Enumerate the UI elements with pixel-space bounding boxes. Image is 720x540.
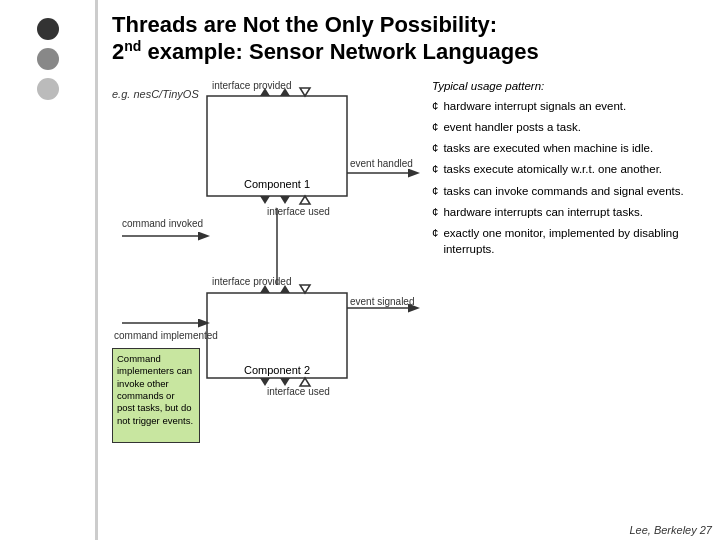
command-implemented-label: command implemented	[114, 330, 218, 341]
command-implementers-box: Command implementers can invoke other co…	[112, 348, 200, 443]
interface-used-label-2: interface used	[267, 386, 330, 397]
dot-3	[37, 78, 59, 100]
component1-label: Component 1	[207, 178, 347, 190]
title-line1: Threads are Not the Only Possibility:	[112, 12, 706, 38]
event-signaled-label: event signaled	[350, 296, 415, 307]
diagram-column: e.g. nesC/TinyOS interface provided Comp…	[112, 78, 422, 448]
dot-1	[37, 18, 59, 40]
text-column: Typical usage pattern: hardware interrup…	[432, 78, 706, 448]
footer-label: Lee, Berkeley 27	[629, 524, 712, 536]
eg-label: e.g. nesC/TinyOS	[112, 88, 199, 100]
command-invoked-label: command invoked	[122, 218, 203, 229]
svg-marker-4	[300, 88, 310, 96]
bullet-item-3: tasks are executed when machine is idle.	[432, 140, 706, 156]
svg-marker-10	[300, 196, 310, 204]
main-content: Threads are Not the Only Possibility: 2n…	[98, 0, 720, 540]
component-diagram: e.g. nesC/TinyOS interface provided Comp…	[112, 78, 422, 448]
sidebar	[0, 0, 95, 540]
svg-marker-8	[260, 196, 270, 204]
svg-marker-12	[280, 378, 290, 386]
interface-provided-label-1: interface provided	[212, 80, 292, 91]
interface-provided-label-2: interface provided	[212, 276, 292, 287]
slide-title: Threads are Not the Only Possibility: 2n…	[112, 12, 706, 66]
svg-marker-11	[260, 378, 270, 386]
dot-2	[37, 48, 59, 70]
bullet-item-7: exactly one monitor, implemented by disa…	[432, 225, 706, 257]
svg-marker-9	[280, 196, 290, 204]
svg-marker-13	[300, 378, 310, 386]
event-handled-label: event handled	[350, 158, 413, 169]
svg-marker-7	[300, 285, 310, 293]
bullet-item-4: tasks execute atomically w.r.t. one anot…	[432, 161, 706, 177]
typical-usage-list: hardware interrupt signals an event. eve…	[432, 98, 706, 257]
component2-label: Component 2	[207, 364, 347, 376]
bullet-item-5: tasks can invoke commands and signal eve…	[432, 183, 706, 199]
bullet-item-6: hardware interrupts can interrupt tasks.	[432, 204, 706, 220]
title-line2: 2nd example: Sensor Network Languages	[112, 38, 706, 66]
interface-used-label-1: interface used	[267, 206, 330, 217]
typical-usage-heading: Typical usage pattern:	[432, 78, 706, 94]
bullet-item-1: hardware interrupt signals an event.	[432, 98, 706, 114]
bullet-item-2: event handler posts a task.	[432, 119, 706, 135]
content-columns: e.g. nesC/TinyOS interface provided Comp…	[112, 78, 706, 448]
